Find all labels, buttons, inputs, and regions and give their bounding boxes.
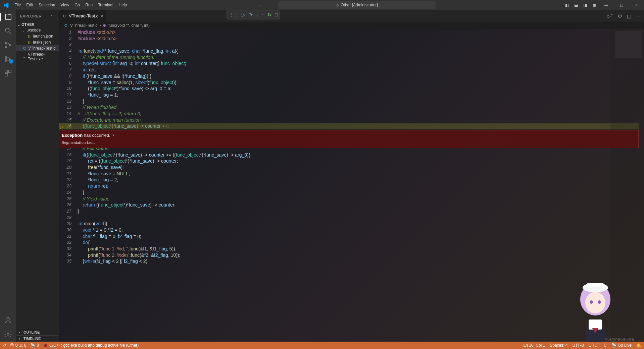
status-errors[interactable]: ⓧ 0 ⚠ 0 xyxy=(10,343,26,348)
code-line-7[interactable]: int ret; xyxy=(78,67,644,73)
code-line-34[interactable]: printf("func 2: %d\n",func(&f2, &f2_flag… xyxy=(78,252,644,258)
sidebar-outline[interactable]: ›OUTLINE xyxy=(16,329,59,335)
code-line-32[interactable]: do{ xyxy=(78,239,644,246)
status-debug-task[interactable]: 🐞 C/C++: gcc.exe build and debug active … xyxy=(43,343,139,348)
code-line-6[interactable]: typedef struct {int arg_0; int counter;}… xyxy=(78,60,644,67)
status-cursor[interactable]: Ln 16, Col 1 xyxy=(524,343,545,348)
code-line-2[interactable]: #include <stdlib.h> xyxy=(78,36,644,42)
code-line-1[interactable]: #include <stdio.h> xyxy=(78,29,644,36)
code-line-35[interactable]: }while(f1_flag < 2 || f2_flag < 2); xyxy=(78,258,644,265)
exception-title: Exception xyxy=(62,133,83,138)
debug-drag-icon[interactable]: ⋮⋮ xyxy=(229,12,238,17)
layout-right-icon[interactable]: ◨ xyxy=(583,3,587,7)
code-line-20[interactable]: free(*func_save); xyxy=(78,164,644,171)
nav-back-icon[interactable]: ← xyxy=(258,3,262,7)
tab-active[interactable]: C VThread-Test.c × xyxy=(59,10,107,22)
code-line-28[interactable] xyxy=(78,215,644,221)
code-line-19[interactable]: ret = ((func_object*)*func_save) -> coun… xyxy=(78,158,644,164)
debug-toolbar[interactable]: ⋮⋮ ▷ ↷ ↓ ↑ ↻ □ xyxy=(227,10,280,19)
code-line-3[interactable] xyxy=(78,42,644,48)
code-line-13[interactable]: // When finished. xyxy=(78,104,644,111)
code-line-30[interactable]: void *f1 = 0,*f2 = 0; xyxy=(78,227,644,233)
menu-selection[interactable]: Selection xyxy=(36,1,58,9)
more-actions-icon[interactable]: ⋯ xyxy=(636,13,641,19)
code-line-5[interactable]: // The data of the running function. xyxy=(78,54,644,61)
settings-icon[interactable]: ⚙ xyxy=(618,13,622,19)
breakpoint-indicator-icon[interactable]: ▷ xyxy=(60,124,63,130)
status-spaces[interactable]: Spaces: 4 xyxy=(550,343,567,348)
code-line-33[interactable]: printf("func 1: %d, ",func(&f1, &f1_flag… xyxy=(78,246,644,252)
debug-step-out-icon[interactable]: ↑ xyxy=(262,12,264,17)
code-line-4[interactable]: int func(void** func_save, char *func_fl… xyxy=(78,48,644,54)
exception-close-icon[interactable]: × xyxy=(112,133,115,138)
command-center[interactable]: ⌕ Other [Administrator] xyxy=(278,1,436,9)
code-line-18[interactable]: if(((func_object*)*func_save) -> counter… xyxy=(78,152,644,158)
status-encoding[interactable]: UTF-8 xyxy=(573,343,584,348)
code-line-9[interactable]: *func_save = calloc(1, sizeof(func_objec… xyxy=(78,79,644,86)
code-line-21[interactable]: *func_save = NULL; xyxy=(78,171,644,177)
layout-left-icon[interactable]: ◧ xyxy=(565,3,569,7)
code-line-8[interactable]: if (!*func_save && !(*func_flag)) { xyxy=(78,73,644,79)
sidebar-more-icon[interactable]: ⋯ xyxy=(51,14,55,18)
code-line-23[interactable]: return ret; xyxy=(78,183,644,189)
breadcrumb[interactable]: C VThread-Test.c › ⚙ func(void **, char … xyxy=(59,22,644,29)
file-tasks.json[interactable]: {}tasks.json xyxy=(16,39,59,45)
split-editor-icon[interactable]: ◫ xyxy=(627,13,631,19)
nav-forward-icon[interactable]: → xyxy=(267,3,271,7)
debug-continue-icon[interactable]: ▷ xyxy=(242,12,245,17)
code-line-12[interactable]: } xyxy=(78,98,644,105)
run-config-icon[interactable]: ▷˅ xyxy=(607,13,613,19)
file-VThread-Test.exe[interactable]: ≡VThread-Test.exe xyxy=(16,51,59,62)
status-eol[interactable]: CRLF xyxy=(589,343,599,348)
code-line-25[interactable]: // Yield value. xyxy=(78,196,644,202)
menu-terminal[interactable]: Terminal xyxy=(95,1,116,9)
activity-debug[interactable] xyxy=(4,55,12,63)
sidebar-root[interactable]: ⌄OTHER xyxy=(16,22,59,27)
code-line-11[interactable]: *func_flag = 1; xyxy=(78,92,644,98)
tab-close-icon[interactable]: × xyxy=(100,13,103,19)
code-line-10[interactable]: ((func_object*)*func_save) -> arg_0 = a; xyxy=(78,85,644,92)
maximize-button[interactable]: ▢ xyxy=(614,0,629,10)
code-line-15[interactable]: // Execute the main function. xyxy=(78,117,644,123)
minimize-button[interactable]: ― xyxy=(599,0,614,10)
menu-help[interactable]: Help xyxy=(116,1,130,9)
folder-vscode[interactable]: ⌄.vscode xyxy=(16,27,59,33)
c-file-icon: C xyxy=(63,23,68,27)
menu-view[interactable]: View xyxy=(58,1,72,9)
remote-icon[interactable]: ⟲ xyxy=(3,343,6,348)
status-ports[interactable]: 📡 0 xyxy=(30,343,39,348)
status-golive[interactable]: 📡 Go Live xyxy=(611,343,632,348)
code-line-31[interactable]: char f1_flag = 0, f2_flag = 0; xyxy=(78,233,644,240)
debug-step-over-icon[interactable]: ↷ xyxy=(249,12,253,17)
menu-file[interactable]: File xyxy=(12,1,23,9)
menu-edit[interactable]: Edit xyxy=(23,1,36,9)
status-language[interactable]: C xyxy=(604,343,607,348)
menu-run[interactable]: Run xyxy=(83,1,95,9)
activity-explorer[interactable] xyxy=(0,13,16,21)
debug-restart-icon[interactable]: ↻ xyxy=(267,12,271,17)
code-line-29[interactable]: int main(void){ xyxy=(78,221,644,227)
activity-settings-icon[interactable] xyxy=(4,330,12,338)
file-VThread-Test.c[interactable]: CVThread-Test.c xyxy=(16,45,59,51)
code-line-24[interactable]: } xyxy=(78,189,644,196)
sidebar-timeline[interactable]: ›TIMELINE xyxy=(16,335,59,342)
layout-bottom-icon[interactable]: ⬓ xyxy=(574,3,578,7)
code-line-22[interactable]: *func_flag = 2; xyxy=(78,177,644,183)
activity-search[interactable] xyxy=(4,27,12,35)
activity-extensions[interactable] xyxy=(4,69,12,77)
vscode-logo-icon xyxy=(0,2,12,8)
file-launch.json[interactable]: {}launch.json xyxy=(16,33,59,39)
layout-custom-icon[interactable]: ▦ xyxy=(592,3,596,7)
close-button[interactable]: ✕ xyxy=(629,0,644,10)
code-editor[interactable]: 1234567891011121314151617181920212223242… xyxy=(59,29,644,342)
activity-account-icon[interactable] xyxy=(4,316,12,324)
code-line-14[interactable]: // if(*func_flag == 2) return 0; xyxy=(78,111,644,117)
code-line-27[interactable]: } xyxy=(78,208,644,215)
activity-scm[interactable] xyxy=(4,41,12,49)
debug-stop-icon[interactable]: □ xyxy=(275,12,278,17)
code-line-26[interactable]: return ((func_object*)*func_save) -> cou… xyxy=(78,202,644,208)
status-bell-icon[interactable]: 🔔 xyxy=(636,343,641,348)
debug-step-into-icon[interactable]: ↓ xyxy=(256,12,258,17)
titlebar: FileEditSelectionViewGoRunTerminalHelp ←… xyxy=(0,0,644,10)
menu-go[interactable]: Go xyxy=(72,1,83,9)
